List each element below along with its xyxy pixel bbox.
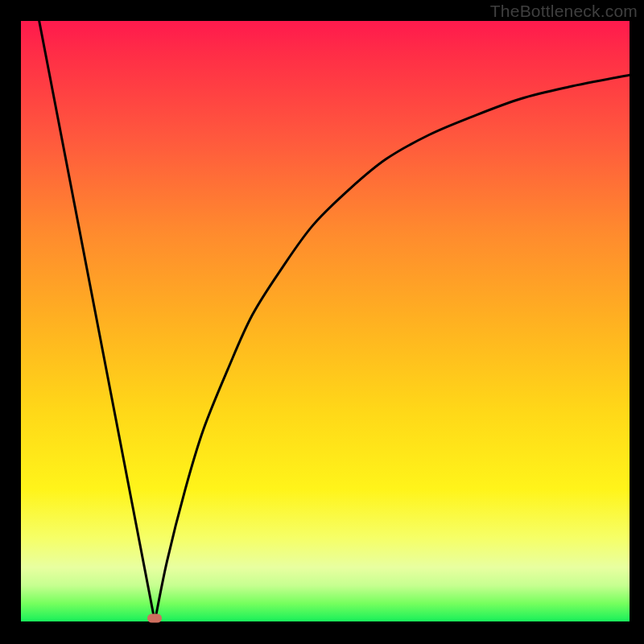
bottleneck-curve (21, 21, 630, 621)
plot-area (21, 21, 630, 621)
watermark-text: TheBottleneck.com (490, 2, 638, 21)
chart-frame: TheBottleneck.com (0, 0, 644, 644)
curve-path (39, 21, 630, 621)
minimum-marker (147, 614, 162, 623)
